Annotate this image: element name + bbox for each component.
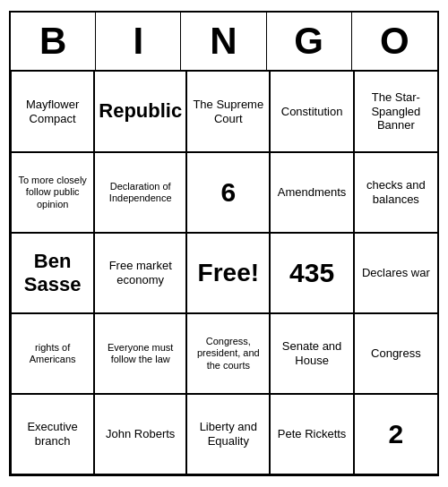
bingo-cell-13: 435 [270, 233, 353, 313]
bingo-cell-15: rights of Americans [11, 313, 94, 394]
bingo-cell-10: Ben Sasse [11, 233, 94, 313]
bingo-cell-8: Amendments [270, 152, 353, 233]
bingo-cell-9: checks and balances [354, 152, 437, 233]
bingo-cell-21: John Roberts [94, 394, 186, 474]
bingo-cell-2: The Supreme Court [186, 72, 270, 152]
bingo-cell-12: Free! [186, 233, 270, 313]
bingo-cell-1: Republic [94, 72, 186, 152]
header-letter: G [267, 13, 352, 70]
bingo-cell-16: Everyone must follow the law [94, 313, 186, 394]
bingo-cell-5: To more closely follow public opinion [11, 152, 94, 233]
bingo-cell-14: Declares war [354, 233, 437, 313]
header-letter: B [11, 13, 96, 70]
bingo-cell-11: Free market economy [94, 233, 186, 313]
bingo-cell-18: Senate and House [270, 313, 353, 394]
bingo-cell-4: The Star-Spangled Banner [354, 72, 437, 152]
bingo-cell-20: Executive branch [11, 394, 94, 474]
bingo-grid: Mayflower CompactRepublicThe Supreme Cou… [11, 72, 437, 474]
bingo-cell-24: 2 [354, 394, 437, 474]
bingo-cell-0: Mayflower Compact [11, 72, 94, 152]
header-letter: I [96, 13, 181, 70]
bingo-cell-17: Congress, president, and the courts [186, 313, 270, 394]
bingo-cell-19: Congress [354, 313, 437, 394]
bingo-card: BINGO Mayflower CompactRepublicThe Supre… [9, 11, 439, 476]
header-letter: O [352, 13, 437, 70]
bingo-cell-22: Liberty and Equality [186, 394, 270, 474]
bingo-cell-6: Declaration of Independence [94, 152, 186, 233]
header-letter: N [181, 13, 266, 70]
bingo-cell-23: Pete Ricketts [270, 394, 353, 474]
bingo-cell-7: 6 [186, 152, 270, 233]
bingo-header: BINGO [11, 13, 437, 72]
bingo-cell-3: Constitution [270, 72, 353, 152]
